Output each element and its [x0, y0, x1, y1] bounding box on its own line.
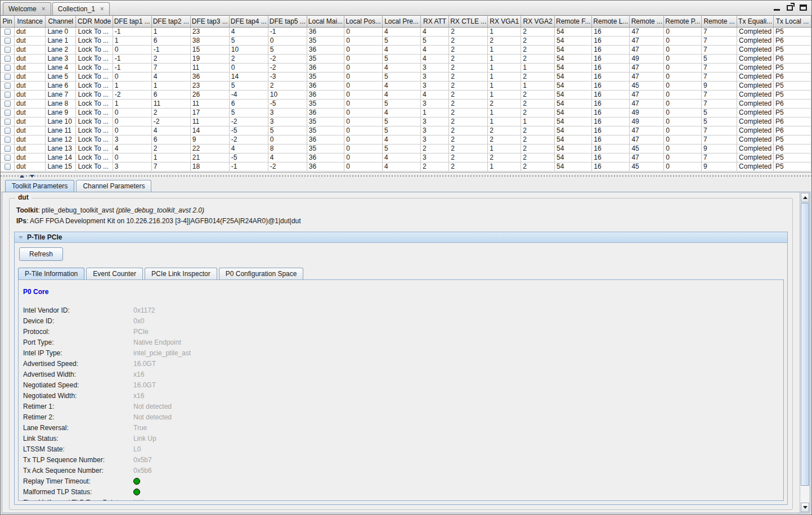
pin-checkbox[interactable]	[5, 101, 11, 107]
cell: Lock To ...	[76, 117, 113, 126]
table-row[interactable]: dutLane 4Lock To ...-17110-2360432115416…	[1, 63, 811, 72]
column-header-dfe-tap5[interactable]: DFE tap5 ...	[268, 16, 307, 27]
cell: P5	[774, 135, 811, 144]
column-header-remote-l[interactable]: Remote L...	[592, 16, 630, 27]
cell: 2	[421, 144, 449, 153]
pin-checkbox[interactable]	[5, 56, 11, 62]
scroll-up-button[interactable]	[801, 193, 809, 202]
cell: 2	[449, 153, 488, 162]
refresh-button[interactable]: Refresh	[19, 247, 63, 261]
column-header-pin[interactable]: Pin	[1, 16, 15, 27]
pin-checkbox[interactable]	[5, 128, 11, 134]
column-header-dfe-tap1[interactable]: DFE tap1 ...	[113, 16, 151, 27]
column-header-cdr-mode[interactable]: CDR Mode	[76, 16, 113, 27]
column-header-dfe-tap4[interactable]: DFE tap4 ...	[229, 16, 268, 27]
column-header-tx-equali[interactable]: Tx Equali...	[737, 16, 774, 27]
pin-checkbox[interactable]	[5, 65, 11, 71]
dut-groupbox: dut Toolkit: ptile_debug_toolkit_avst (p…	[9, 198, 793, 510]
field-row: Port Type:Native Endpoint	[23, 337, 783, 347]
cell: 35	[307, 72, 344, 81]
table-row[interactable]: dutLane 11Lock To ...0414-55350532225416…	[1, 126, 811, 135]
column-header-channel[interactable]: Channel	[46, 16, 76, 27]
column-header-rx-att[interactable]: RX ATT	[421, 16, 449, 27]
column-header-rx-vga2[interactable]: RX VGA2	[521, 16, 555, 27]
cell: 23	[190, 27, 229, 36]
pin-checkbox[interactable]	[5, 47, 11, 53]
column-header-local-mai[interactable]: Local Mai...	[307, 16, 344, 27]
cell: -2	[229, 135, 268, 144]
table-row[interactable]: dutLane 13Lock To ...4222483505221254164…	[1, 144, 811, 153]
pin-checkbox[interactable]	[5, 29, 11, 35]
cell: 16	[592, 90, 630, 99]
column-header-remote-p[interactable]: Remote P...	[664, 16, 702, 27]
pin-checkbox[interactable]	[5, 38, 11, 44]
table-row[interactable]: dutLane 15Lock To ...3718-1-236042212541…	[1, 162, 811, 171]
column-header-local-pos[interactable]: Local Pos...	[344, 16, 383, 27]
cell: 36	[307, 27, 344, 36]
table-row[interactable]: dutLane 5Lock To ...043614-3350532125416…	[1, 72, 811, 81]
pin-checkbox[interactable]	[5, 119, 11, 125]
scroll-down-button[interactable]	[801, 503, 809, 512]
app-window: Welcome × Collection_1 × PinInstanceChan…	[0, 0, 812, 515]
ptile-section-header[interactable]: P-Tile PCIe	[15, 232, 787, 243]
column-header-dfe-tap2[interactable]: DFE tap2 ...	[151, 16, 190, 27]
field-label: Malformed TLP Status:	[23, 488, 133, 496]
field-value: 0x1172	[133, 306, 155, 314]
pin-checkbox[interactable]	[5, 83, 11, 89]
tab-welcome[interactable]: Welcome ×	[3, 2, 51, 15]
column-header-rx-vga1[interactable]: RX VGA1	[488, 16, 521, 27]
tab-event-counter[interactable]: Event Counter	[86, 268, 143, 279]
tab-collection-1[interactable]: Collection_1 ×	[52, 2, 110, 15]
cell: 2	[151, 144, 190, 153]
cell: dut	[15, 90, 46, 99]
tab-toolkit-parameters[interactable]: Toolkit Parameters	[5, 180, 74, 192]
table-row[interactable]: dutLane 3Lock To ...-12192-2350542125416…	[1, 54, 811, 63]
cell: dut	[15, 27, 46, 36]
column-header-instance[interactable]: Instance	[15, 16, 46, 27]
column-header-dfe-tap3[interactable]: DFE tap3 ...	[190, 16, 229, 27]
pin-checkbox[interactable]	[5, 164, 11, 170]
table-row[interactable]: dutLane 9Lock To ...02175336041212541649…	[1, 108, 811, 117]
table-row[interactable]: dutLane 14Lock To ...0121-54360432225416…	[1, 153, 811, 162]
column-header-remote-f[interactable]: Remote F...	[555, 16, 592, 27]
table-row[interactable]: dutLane 1Lock To ...16385035055222541647…	[1, 36, 811, 45]
tab-pcie-link-inspector[interactable]: PCIe Link Inspector	[145, 268, 217, 279]
table-row[interactable]: dutLane 10Lock To ...0-211-2335053211541…	[1, 117, 811, 126]
table-row[interactable]: dutLane 7Lock To ...-2626-41036044212541…	[1, 90, 811, 99]
restore-icon[interactable]	[787, 5, 793, 11]
maximize-icon[interactable]	[800, 4, 807, 11]
minimize-icon[interactable]	[774, 4, 780, 11]
cell: 0	[344, 36, 383, 45]
tab-p-tile-information[interactable]: P-Tile Information	[18, 268, 84, 279]
table-row[interactable]: dutLane 2Lock To ...0-115105360442125416…	[1, 45, 811, 54]
pin-checkbox[interactable]	[5, 110, 11, 116]
scrollbar-thumb[interactable]	[801, 203, 809, 486]
column-header-local-pre[interactable]: Local Pre...	[382, 16, 420, 27]
close-icon[interactable]: ×	[42, 6, 46, 12]
collapse-triangle-icon[interactable]	[19, 236, 23, 239]
table-row[interactable]: dutLane 6Lock To ...11235236043211541645…	[1, 81, 811, 90]
pin-checkbox[interactable]	[5, 155, 11, 161]
cell: 36	[307, 108, 344, 117]
table-row[interactable]: dutLane 12Lock To ...369-203604322254164…	[1, 135, 811, 144]
table-row[interactable]: dutLane 8Lock To ...111116-5350532225416…	[1, 99, 811, 108]
splitter-handle[interactable]	[1, 174, 811, 179]
column-header-rx-ctle[interactable]: RX CTLE ...	[449, 16, 488, 27]
tab-p0-configuration-space[interactable]: P0 Configuration Space	[219, 268, 304, 279]
tab-channel-parameters[interactable]: Channel Parameters	[76, 180, 151, 192]
pin-checkbox[interactable]	[5, 146, 11, 152]
pin-checkbox[interactable]	[5, 74, 11, 80]
close-icon[interactable]: ×	[100, 6, 104, 12]
pin-checkbox[interactable]	[5, 137, 11, 143]
cell: dut	[15, 63, 46, 72]
collapse-down-icon[interactable]	[30, 175, 34, 178]
vertical-scrollbar[interactable]	[800, 192, 810, 513]
pin-checkbox[interactable]	[5, 92, 11, 98]
column-header-remote[interactable]: Remote ...	[702, 16, 737, 27]
cell: dut	[15, 81, 46, 90]
column-header-tx-local[interactable]: Tx Local ...	[774, 16, 811, 27]
table-row[interactable]: dutLane 0Lock To ...-11234-1360442125416…	[1, 27, 811, 36]
cell: 6	[151, 90, 190, 99]
column-header-remote[interactable]: Remote ...	[630, 16, 664, 27]
collapse-up-icon[interactable]	[20, 175, 24, 178]
